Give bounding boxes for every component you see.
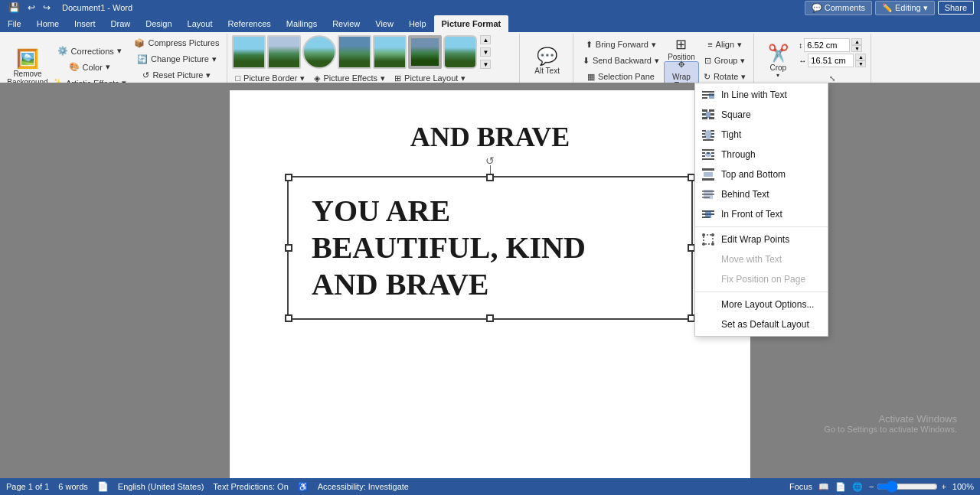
handle-bottom-middle[interactable] <box>486 314 494 322</box>
align-button[interactable]: ≡ Align ▾ <box>701 37 749 52</box>
send-backward-button[interactable]: ⬇ Send Backward ▾ <box>580 53 662 68</box>
border-icon: □ <box>235 73 240 83</box>
wrap-through-icon <box>701 148 715 161</box>
tab-review[interactable]: Review <box>325 15 368 32</box>
comments-button[interactable]: 💬 Comments <box>805 1 872 15</box>
wrap-text-button[interactable]: ⌖ Wrap Text <box>664 61 699 84</box>
tab-picture-format[interactable]: Picture Format <box>434 15 509 32</box>
tab-help[interactable]: Help <box>401 15 434 32</box>
quick-access-save[interactable]: 💾 <box>6 2 22 14</box>
focus-button[interactable]: Focus <box>789 482 812 491</box>
wrap-top-bottom-icon <box>701 168 715 181</box>
tab-view[interactable]: View <box>368 15 401 32</box>
wrap-tight[interactable]: Tight <box>695 125 828 145</box>
width-icon: ↔ <box>799 57 806 65</box>
width-input[interactable] <box>808 54 854 67</box>
height-up[interactable]: ▲ <box>851 38 862 45</box>
handle-middle-left[interactable] <box>285 244 292 252</box>
gallery-scroll: ▲ ▼ ▼ <box>480 35 491 69</box>
tab-home[interactable]: Home <box>29 15 67 32</box>
zoom-in-icon[interactable]: + <box>941 482 946 491</box>
corrections-button[interactable]: ⚙️ Corrections ▾ <box>49 44 129 59</box>
edit-wrap-points[interactable]: Edit Wrap Points <box>695 230 828 249</box>
gallery-item-7[interactable] <box>443 35 477 69</box>
editing-button[interactable]: ✏️ Editing ▾ <box>875 1 935 15</box>
print-layout-icon[interactable]: 📄 <box>835 482 846 492</box>
gallery-item-1[interactable] <box>232 35 266 69</box>
alt-text-label: Alt Text <box>534 67 560 75</box>
corrections-icon: ⚙️ <box>57 46 68 56</box>
selection-pane-button[interactable]: ▦ Selection Pane <box>580 69 662 84</box>
tab-draw[interactable]: Draw <box>103 15 139 32</box>
height-input[interactable] <box>804 38 850 52</box>
handle-bottom-left[interactable] <box>285 314 292 322</box>
compress-pictures-button[interactable]: 📦 Compress Pictures <box>131 35 222 50</box>
wrap-inline-text[interactable]: In Line with Text <box>695 85 828 105</box>
wrap-front-icon <box>701 207 715 221</box>
accessibility-status[interactable]: Accessibility: Investigate <box>318 482 409 491</box>
read-mode-icon[interactable]: 📖 <box>818 482 829 492</box>
handle-top-left[interactable] <box>285 174 292 181</box>
zoom-range[interactable] <box>877 480 938 493</box>
gallery-scroll-up[interactable]: ▲ <box>480 35 491 44</box>
web-layout-icon[interactable]: 🌐 <box>852 482 863 492</box>
chevron-down-icon: ▾ <box>923 3 928 13</box>
gallery-item-4[interactable] <box>338 35 371 69</box>
gallery-item-6[interactable] <box>408 35 442 69</box>
more-layout-options[interactable]: More Layout Options... <box>695 295 828 314</box>
svg-rect-25 <box>702 158 714 160</box>
crop-chevron: ▾ <box>776 72 779 79</box>
gallery-expand[interactable]: ▼ <box>480 60 491 69</box>
gallery-item-2[interactable] <box>267 35 301 69</box>
share-button[interactable]: Share <box>938 1 974 15</box>
svg-rect-33 <box>702 197 710 198</box>
crop-button[interactable]: ✂️ Crop ▾ <box>760 38 795 84</box>
alt-text-button[interactable]: 💬 Alt Text <box>529 39 566 82</box>
zoom-level[interactable]: 100% <box>952 482 974 491</box>
tab-design[interactable]: Design <box>138 15 179 32</box>
wrap-square[interactable]: Square <box>695 105 828 125</box>
set-default-layout[interactable]: Set as Default Layout <box>695 314 828 334</box>
svg-point-39 <box>702 233 705 236</box>
svg-rect-38 <box>704 235 713 244</box>
wrap-through[interactable]: Through <box>695 145 828 164</box>
quick-access-undo[interactable]: ↩ <box>25 2 38 14</box>
gallery-item-5[interactable] <box>373 35 407 69</box>
gallery-items: ▲ ▼ ▼ <box>232 35 516 69</box>
tab-references[interactable]: References <box>220 15 279 32</box>
text-above: AND BRAVE <box>268 113 712 161</box>
tab-layout[interactable]: Layout <box>180 15 220 32</box>
width-down[interactable]: ▼ <box>855 60 866 67</box>
zoom-out-icon[interactable]: − <box>869 482 874 491</box>
accessibility-icon: ♿ <box>298 482 309 492</box>
change-picture-button[interactable]: 🔄 Change Picture ▾ <box>131 51 222 67</box>
svg-rect-19 <box>702 149 714 151</box>
image-line-2: BEAUTIFUL, KIND <box>312 230 668 266</box>
reset-picture-button[interactable]: ↺ Reset Picture ▾ <box>131 67 222 83</box>
bring-forward-button[interactable]: ⬆ Bring Forward ▾ <box>580 37 662 52</box>
fix-position-page: Fix Position on Page <box>695 269 828 289</box>
color-button[interactable]: 🎨 Color ▾ <box>49 60 129 75</box>
group-button[interactable]: ⊡ Group ▾ <box>701 53 749 68</box>
wrap-top-bottom[interactable]: Top and Bottom <box>695 164 828 184</box>
tab-file[interactable]: File <box>0 15 29 32</box>
handle-top-middle[interactable] <box>486 174 494 181</box>
width-up[interactable]: ▲ <box>855 54 866 60</box>
group-icon: ⊡ <box>704 56 711 66</box>
rotate-button[interactable]: ↻ Rotate ▾ <box>701 69 749 84</box>
svg-rect-32 <box>702 194 714 195</box>
selected-image[interactable]: ↺ YOU ARE BEAUTIFUL, KIND AND BRAVE <box>287 176 693 320</box>
gallery-scroll-down[interactable]: ▼ <box>480 47 491 57</box>
height-down[interactable]: ▼ <box>851 45 862 52</box>
wrap-behind-text[interactable]: Behind Text <box>695 184 828 204</box>
svg-rect-14 <box>702 133 705 135</box>
expand-icon: ⤡ <box>829 74 835 83</box>
remove-bg-icon: 🖼️ <box>16 48 39 70</box>
quick-access-redo[interactable]: ↪ <box>41 2 53 14</box>
reset-chevron: ▾ <box>206 70 211 80</box>
wrap-front-text[interactable]: In Front of Text <box>695 204 828 224</box>
tab-insert[interactable]: Insert <box>67 15 103 32</box>
gallery-item-3[interactable] <box>302 35 336 69</box>
corrections-chevron: ▾ <box>117 46 122 56</box>
tab-mailings[interactable]: Mailings <box>279 15 325 32</box>
